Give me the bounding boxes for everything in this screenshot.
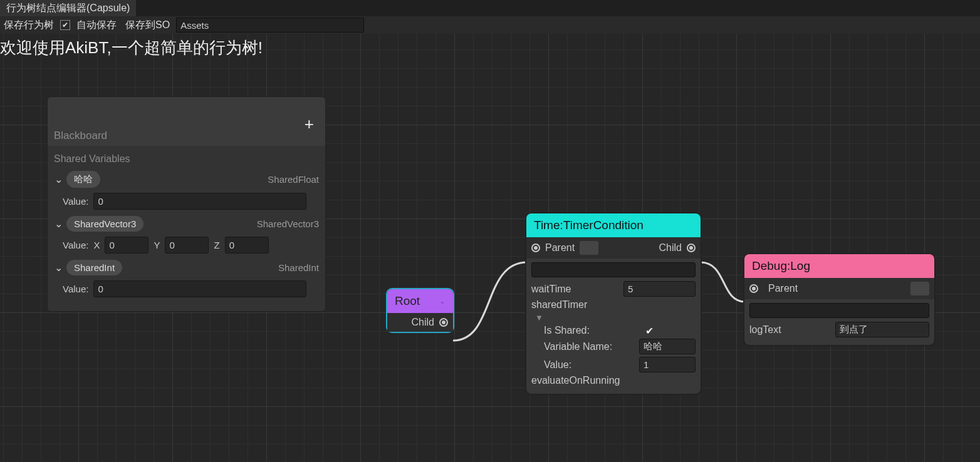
- varname-label: Variable Name:: [544, 341, 635, 352]
- evaluate-label: evaluateOnRunning: [531, 375, 635, 386]
- chevron-down-icon[interactable]: ⌄: [54, 218, 63, 230]
- editor-tab[interactable]: 行为树结点编辑器(Capsule): [0, 0, 136, 16]
- timer-port-row: Parent Child: [526, 237, 701, 259]
- input-port[interactable]: [531, 244, 540, 252]
- save-tree-button[interactable]: 保存行为树: [1, 18, 56, 33]
- root-child-port-row: Child: [387, 313, 453, 332]
- value-label: Value:: [63, 196, 88, 207]
- isshared-checkbox[interactable]: ✔: [644, 326, 654, 336]
- float-value-input[interactable]: [93, 193, 306, 210]
- asset-path-input[interactable]: [176, 18, 364, 33]
- root-node[interactable]: Root ⌄ Child: [386, 288, 454, 333]
- vec3-z-input[interactable]: [225, 237, 269, 254]
- logtext-input[interactable]: [835, 322, 929, 337]
- timer-condition-node[interactable]: Time:TimerCondition Parent Child waitTim…: [525, 212, 702, 395]
- save-to-so-button[interactable]: 保存到SO: [123, 18, 172, 33]
- auto-save-checkbox[interactable]: ✔: [60, 20, 70, 30]
- node-name-input[interactable]: [531, 262, 696, 277]
- parent-port-label: Parent: [545, 242, 575, 254]
- chevron-down-icon[interactable]: ⌄: [439, 297, 446, 305]
- variable-row: ⌄ SharedVector3 SharedVector3: [54, 216, 319, 232]
- input-port[interactable]: [749, 284, 758, 293]
- blackboard-header[interactable]: Blackboard +: [48, 97, 325, 146]
- debug-node-title[interactable]: Debug:Log: [744, 254, 934, 278]
- blackboard-title: Blackboard: [54, 130, 107, 142]
- child-port-label: Child: [659, 242, 682, 254]
- timer-node-title[interactable]: Time:TimerCondition: [526, 213, 701, 237]
- int-value-input[interactable]: [93, 280, 306, 297]
- chevron-down-icon[interactable]: ⌄: [54, 262, 63, 274]
- blackboard-panel[interactable]: Blackboard + Shared Variables ⌄ 哈哈 Share…: [47, 96, 326, 312]
- value-label: Value:: [63, 284, 88, 294]
- chevron-down-icon[interactable]: ⌄: [54, 173, 63, 185]
- port-slot: [910, 282, 929, 295]
- port-slot: [580, 241, 598, 255]
- timer-value-input[interactable]: [639, 357, 696, 372]
- vec3-y-input[interactable]: [165, 237, 209, 254]
- variable-row: ⌄ SharedInt SharedInt: [54, 260, 319, 275]
- variable-name-pill[interactable]: 哈哈: [66, 171, 100, 188]
- value-label: Value:: [63, 240, 88, 250]
- variable-type-label: SharedInt: [278, 262, 319, 273]
- vec3-x-input[interactable]: [105, 237, 149, 254]
- x-label: X: [93, 240, 100, 250]
- output-port[interactable]: [687, 244, 696, 252]
- graph-canvas[interactable]: 欢迎使用AkiBT,一个超简单的行为树! Blackboard + Shared…: [0, 34, 980, 462]
- logtext-label: logText: [749, 324, 831, 336]
- y-label: Y: [154, 240, 160, 250]
- node-name-input[interactable]: [749, 303, 929, 318]
- isshared-label: Is Shared:: [544, 325, 640, 336]
- variable-name-pill[interactable]: SharedInt: [66, 260, 122, 275]
- variable-type-label: SharedFloat: [268, 174, 319, 185]
- toolbar: 保存行为树 ✔ 自动保存 保存到SO: [0, 16, 980, 34]
- variable-type-label: SharedVector3: [257, 218, 319, 229]
- sharedtimer-label: sharedTimer: [531, 299, 696, 311]
- variable-row: ⌄ 哈哈 SharedFloat: [54, 171, 319, 188]
- variable-name-pill[interactable]: SharedVector3: [66, 216, 143, 232]
- output-port[interactable]: [439, 318, 448, 327]
- parent-port-label: Parent: [768, 283, 798, 294]
- debug-port-row: Parent: [744, 278, 934, 299]
- z-label: Z: [214, 240, 219, 250]
- timer-value-label: Value:: [544, 359, 635, 371]
- waittime-input[interactable]: [623, 281, 696, 297]
- debug-log-node[interactable]: Debug:Log Parent logText: [743, 253, 936, 346]
- add-variable-button[interactable]: +: [305, 115, 314, 134]
- triangle-down-icon[interactable]: ▼: [535, 313, 696, 322]
- tab-bar: 行为树结点编辑器(Capsule): [0, 0, 980, 16]
- root-node-title[interactable]: Root ⌄: [387, 289, 453, 313]
- auto-save-label: 自动保存: [74, 18, 119, 33]
- child-port-label: Child: [412, 317, 434, 328]
- waittime-label: waitTime: [531, 284, 620, 295]
- shared-variables-label: Shared Variables: [54, 153, 319, 165]
- welcome-text: 欢迎使用AkiBT,一个超简单的行为树!: [0, 38, 263, 58]
- varname-input[interactable]: [639, 339, 696, 354]
